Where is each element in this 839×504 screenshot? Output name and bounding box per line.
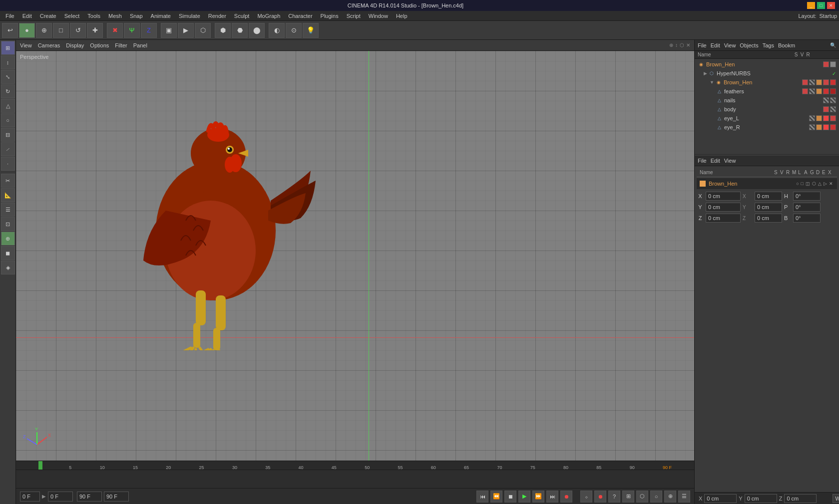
transform-tool[interactable]: △ bbox=[1, 99, 15, 113]
x-tool[interactable]: ✖ bbox=[107, 23, 123, 38]
pos-z-input[interactable] bbox=[706, 214, 741, 223]
status-x-input[interactable] bbox=[704, 494, 737, 503]
obj-edit-menu[interactable]: Edit bbox=[711, 42, 720, 48]
add-tool[interactable]: ✚ bbox=[87, 23, 103, 38]
pos-x-input[interactable] bbox=[706, 192, 741, 201]
next-frame-button[interactable]: ⏩ bbox=[532, 491, 544, 503]
undo-button[interactable]: ↩ bbox=[2, 23, 18, 38]
keyframe-btn2[interactable]: ⏺ bbox=[594, 491, 606, 503]
obj-tags-menu[interactable]: Tags bbox=[763, 42, 774, 48]
status-z-input[interactable] bbox=[784, 494, 817, 503]
y-tool[interactable]: Ψ bbox=[124, 23, 140, 38]
obj-bookm-menu[interactable]: Bookm bbox=[778, 42, 795, 48]
obj-view-menu[interactable]: View bbox=[724, 42, 736, 48]
expand-brown-hen-child[interactable]: ▼ bbox=[710, 80, 714, 85]
rot-h-input[interactable] bbox=[793, 192, 821, 201]
menu-sculpt[interactable]: Sculpt bbox=[231, 12, 253, 20]
object-mode[interactable]: ○ bbox=[1, 113, 15, 127]
keyframe-btn5[interactable]: ⬡ bbox=[636, 491, 648, 503]
viewport-icon1[interactable]: ⊕ bbox=[669, 42, 673, 48]
menu-character[interactable]: Character bbox=[285, 12, 316, 20]
scale3d[interactable]: ⬣ bbox=[232, 23, 248, 38]
rot-b-input[interactable] bbox=[793, 214, 821, 223]
snap-tool[interactable]: ◐ bbox=[269, 23, 285, 38]
panel-menu[interactable]: Panel bbox=[133, 42, 147, 48]
attr-edit-menu[interactable]: Edit bbox=[711, 158, 720, 164]
size-z-input[interactable] bbox=[755, 214, 782, 223]
menu-animate[interactable]: Animate bbox=[147, 12, 174, 20]
menu-select[interactable]: Select bbox=[61, 12, 83, 20]
menu-mesh[interactable]: Mesh bbox=[105, 12, 125, 20]
attr-icon-5[interactable]: △ bbox=[818, 181, 822, 186]
render-view[interactable]: ▶ bbox=[178, 23, 194, 38]
z-tool[interactable]: Z bbox=[141, 23, 157, 38]
active-mode[interactable]: ⊕ bbox=[1, 232, 15, 246]
axis-tool[interactable]: ⊙ bbox=[286, 23, 302, 38]
point-mode[interactable]: · bbox=[1, 157, 15, 171]
play-button[interactable]: ▶ bbox=[518, 491, 530, 503]
menu-plugins[interactable]: Plugins bbox=[317, 12, 342, 20]
stop-button[interactable]: ⏹ bbox=[504, 491, 516, 503]
frame-end-input[interactable] bbox=[77, 492, 102, 502]
grid-mode[interactable]: ☰ bbox=[1, 203, 15, 217]
move-tool-left[interactable]: ↕ bbox=[1, 55, 15, 69]
pos-y-input[interactable] bbox=[706, 203, 741, 212]
obj-row-brown-hen-root[interactable]: ◉ Brown_Hen bbox=[696, 60, 838, 69]
cameras-menu[interactable]: Cameras bbox=[38, 42, 60, 48]
menu-simulate[interactable]: Simulate bbox=[175, 12, 204, 20]
obj-row-hypernurbs[interactable]: ▶ ⬡ HyperNURBS ✓ bbox=[702, 69, 838, 78]
prev-frame-button[interactable]: ⏪ bbox=[490, 491, 502, 503]
attr-icon-1[interactable]: ○ bbox=[796, 181, 799, 186]
menu-help[interactable]: Help bbox=[393, 12, 411, 20]
obj-search-icon[interactable]: 🔍 bbox=[830, 42, 836, 48]
keyframe-btn3[interactable]: ? bbox=[608, 491, 620, 503]
attr-icon-6[interactable]: ▷ bbox=[824, 181, 827, 186]
menu-render[interactable]: Render bbox=[205, 12, 230, 20]
expand-hypernurbs[interactable]: ▶ bbox=[704, 71, 707, 76]
go-start-button[interactable]: ⏮ bbox=[476, 491, 488, 503]
obj-row-body[interactable]: △ body bbox=[714, 105, 838, 114]
viewport-icon3[interactable]: ⬡ bbox=[680, 42, 684, 48]
attr-icon-4[interactable]: ⬡ bbox=[812, 181, 816, 186]
keyframe-btn4[interactable]: ⊞ bbox=[622, 491, 634, 503]
camera-mode[interactable]: ⊡ bbox=[1, 217, 15, 231]
menu-window[interactable]: Window bbox=[365, 12, 392, 20]
render-out[interactable]: ⬡ bbox=[195, 23, 211, 38]
obj-objects-menu[interactable]: Objects bbox=[740, 42, 758, 48]
scale-tool-left[interactable]: ⤡ bbox=[1, 70, 15, 84]
cube-tool[interactable]: □ bbox=[53, 23, 69, 38]
menu-file[interactable]: File bbox=[2, 12, 18, 20]
rotate3d[interactable]: ⬤ bbox=[249, 23, 265, 38]
obj-file-menu[interactable]: File bbox=[698, 42, 707, 48]
record-button[interactable]: ⏺ bbox=[560, 491, 572, 503]
keyframe-btn1[interactable]: ⬦ bbox=[580, 491, 592, 503]
obj-row-eye-r[interactable]: △ eye_R bbox=[714, 123, 838, 132]
obj-row-nails[interactable]: △ nails bbox=[714, 96, 838, 105]
keyframe-btn7[interactable]: ⊕ bbox=[664, 491, 676, 503]
menu-snap[interactable]: Snap bbox=[126, 12, 146, 20]
floor-mode[interactable]: 📐 bbox=[1, 188, 15, 202]
options-menu[interactable]: Options bbox=[90, 42, 109, 48]
go-end-button[interactable]: ⏭ bbox=[546, 491, 558, 503]
size-x-input[interactable] bbox=[755, 192, 782, 201]
snap-mode[interactable]: ✂ bbox=[1, 174, 15, 188]
status-y-input[interactable] bbox=[745, 494, 777, 503]
attr-icon-3[interactable]: ◫ bbox=[806, 181, 810, 186]
light-tool[interactable]: 💡 bbox=[303, 23, 319, 38]
menu-create[interactable]: Create bbox=[36, 12, 60, 20]
viewport-canvas[interactable]: Perspective bbox=[16, 51, 694, 461]
display-menu[interactable]: Display bbox=[66, 42, 84, 48]
display-mode[interactable]: ◼ bbox=[1, 246, 15, 260]
frame-start-input[interactable] bbox=[20, 492, 40, 502]
size-y-input[interactable] bbox=[755, 203, 782, 212]
attr-file-menu[interactable]: File bbox=[698, 158, 707, 164]
attr-icon-7[interactable]: ✕ bbox=[829, 181, 833, 186]
menu-edit[interactable]: Edit bbox=[19, 12, 35, 20]
attr-view-menu[interactable]: View bbox=[724, 158, 736, 164]
coord-mode-select[interactable]: World Local Screen bbox=[833, 494, 839, 503]
keyframe-btn8[interactable]: ☰ bbox=[678, 491, 690, 503]
filter-menu[interactable]: Filter bbox=[115, 42, 127, 48]
select-tool[interactable]: ⊞ bbox=[1, 41, 15, 55]
menu-script[interactable]: Script bbox=[343, 12, 364, 20]
obj-row-eye-l[interactable]: △ eye_L bbox=[714, 114, 838, 123]
